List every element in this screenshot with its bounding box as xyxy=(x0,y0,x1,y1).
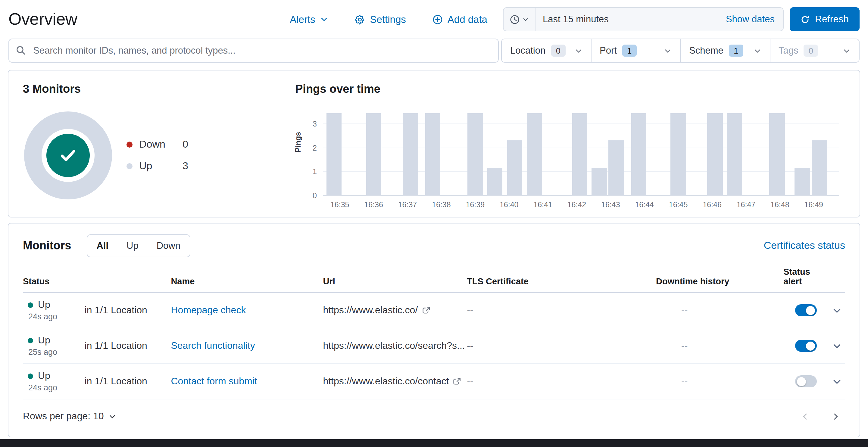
show-dates-link[interactable]: Show dates xyxy=(726,14,783,25)
filter-location[interactable]: Location0 xyxy=(502,39,591,62)
monitor-url-link[interactable]: https://www.elastic.co/ xyxy=(323,305,467,316)
snapshot-panel: 3 Monitors Down0Up3 Pings over time xyxy=(8,70,860,217)
tab-all[interactable]: All xyxy=(87,235,118,257)
snapshot-section: 3 Monitors Down0Up3 xyxy=(23,83,282,208)
monitors-table-body: Up24s agoin 1/1 LocationHomepage checkht… xyxy=(23,293,845,399)
status-text: Up xyxy=(38,370,50,381)
status-alert-toggle[interactable] xyxy=(795,340,817,352)
chevron-down-icon xyxy=(522,16,529,23)
monitor-location: in 1/1 Location xyxy=(85,305,171,316)
settings-label: Settings xyxy=(370,13,406,25)
chevron-down-icon xyxy=(109,412,117,420)
settings-link[interactable]: Settings xyxy=(355,13,406,25)
x-tick-label: 16:42 xyxy=(567,201,586,209)
monitors-panel: Monitors AllUpDown Certificates status S… xyxy=(8,223,860,437)
next-page-button[interactable] xyxy=(831,412,840,421)
alerts-label: Alerts xyxy=(290,13,315,25)
alerts-menu-button[interactable]: Alerts xyxy=(290,13,328,25)
top-bar: Overview Alerts Settings Add data xyxy=(0,0,868,35)
x-tick-label: 16:48 xyxy=(770,201,789,209)
pings-chart: Pings 012316:3516:3616:3716:3816:3916:40… xyxy=(295,114,845,211)
tls-certificate-value: -- xyxy=(467,376,656,387)
legend-dot xyxy=(126,142,132,148)
search-box xyxy=(8,38,499,63)
ping-bar xyxy=(770,113,785,195)
column-header-status-alert: Status alert xyxy=(783,267,829,286)
monitor-name-link[interactable]: Homepage check xyxy=(171,305,246,315)
monitor-url-link[interactable]: https://www.elastic.co/contact xyxy=(323,376,467,387)
filter-count-badge: 1 xyxy=(622,44,637,57)
search-input[interactable] xyxy=(8,38,499,63)
ping-bar xyxy=(708,113,723,195)
monitor-status: Up24s ago xyxy=(23,299,85,321)
add-data-label: Add data xyxy=(447,13,487,25)
table-row: Up25s agoin 1/1 LocationSearch functiona… xyxy=(23,328,845,364)
filter-tags[interactable]: Tags0 xyxy=(770,39,859,62)
filter-count-badge: 0 xyxy=(551,44,565,57)
column-header-tls: TLS Certificate xyxy=(467,276,656,286)
chevron-down-icon xyxy=(320,15,329,24)
monitor-status: Up24s ago xyxy=(23,370,85,392)
chevron-down-icon xyxy=(753,47,761,55)
all-up-status-badge xyxy=(46,134,90,177)
legend-label: Up xyxy=(139,160,183,172)
rows-per-page-button[interactable]: Rows per page: 10 xyxy=(23,411,117,422)
status-up-dot xyxy=(28,338,33,343)
downtime-history-value: -- xyxy=(656,340,783,351)
filter-port[interactable]: Port1 xyxy=(591,39,681,62)
filter-scheme[interactable]: Scheme1 xyxy=(681,39,770,62)
legend-item-down: Down0 xyxy=(126,139,188,151)
table-header: Status Name Url TLS Certificate Downtime… xyxy=(23,267,845,293)
status-text: Up xyxy=(38,299,50,310)
filter-row: Location0Port1Scheme1Tags0 xyxy=(0,38,868,63)
tab-down[interactable]: Down xyxy=(148,235,189,257)
refresh-button[interactable]: Refresh xyxy=(790,7,860,31)
y-tick-label: 2 xyxy=(313,144,317,152)
x-tick-label: 16:46 xyxy=(703,201,722,209)
status-alert-toggle[interactable] xyxy=(795,304,817,316)
table-row: Up24s agoin 1/1 LocationHomepage checkht… xyxy=(23,293,845,328)
clock-icon xyxy=(509,14,520,24)
monitors-title: Monitors xyxy=(23,239,71,252)
filter-count-badge: 0 xyxy=(804,44,818,57)
monitor-url-link[interactable]: https://www.elastic.co/search?s... xyxy=(323,340,467,351)
last-check-time: 24s ago xyxy=(23,312,85,321)
add-data-link[interactable]: Add data xyxy=(433,13,487,25)
pings-plot: 012316:3516:3616:3716:3816:3916:4016:411… xyxy=(323,114,839,196)
url-text: https://www.elastic.co/contact xyxy=(323,376,449,387)
filter-group: Location0Port1Scheme1Tags0 xyxy=(501,38,860,63)
legend-item-up: Up3 xyxy=(126,160,188,172)
previous-page-button[interactable] xyxy=(801,412,810,421)
time-quick-select-button[interactable] xyxy=(503,8,535,31)
column-header-name: Name xyxy=(171,276,323,286)
legend-value: 0 xyxy=(183,139,188,151)
monitor-name-link[interactable]: Search functionality xyxy=(171,340,255,351)
last-check-time: 25s ago xyxy=(23,348,85,357)
monitor-location: in 1/1 Location xyxy=(85,340,171,351)
monitor-name-link[interactable]: Contact form submit xyxy=(171,376,257,386)
time-range-value: Last 15 minutes xyxy=(543,14,609,25)
chevron-down-icon xyxy=(575,47,582,55)
ping-bar xyxy=(366,113,381,195)
expand-row-chevron[interactable] xyxy=(832,305,842,316)
x-tick-label: 16:39 xyxy=(466,201,485,209)
certificates-status-link[interactable]: Certificates status xyxy=(764,240,845,252)
filter-label: Location xyxy=(510,45,546,56)
column-header-status: Status xyxy=(23,276,171,286)
ping-bar xyxy=(572,113,587,195)
status-alert-toggle[interactable] xyxy=(795,375,817,387)
x-tick-label: 16:41 xyxy=(533,201,552,209)
plus-in-circle-icon xyxy=(433,14,443,24)
expand-row-chevron[interactable] xyxy=(832,376,842,386)
ping-bar xyxy=(592,168,607,195)
gear-icon xyxy=(355,14,365,24)
check-icon xyxy=(57,145,79,166)
x-tick-label: 16:49 xyxy=(804,201,823,209)
ping-bar xyxy=(527,113,542,195)
legend-value: 3 xyxy=(183,160,188,172)
time-range-display[interactable]: Last 15 minutes xyxy=(535,8,726,31)
rows-per-page-label: Rows per page: 10 xyxy=(23,411,104,422)
tab-up[interactable]: Up xyxy=(118,235,148,257)
column-header-url: Url xyxy=(323,276,467,286)
expand-row-chevron[interactable] xyxy=(832,341,842,351)
